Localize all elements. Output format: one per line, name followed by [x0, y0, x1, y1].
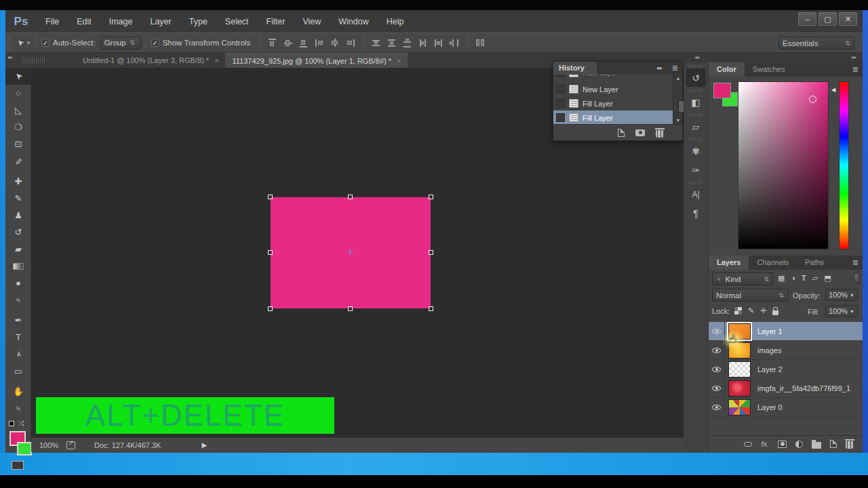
filter-kind-dropdown[interactable]: ♀ Kind ⇅	[712, 272, 773, 285]
history-brush-tool[interactable]: ↺	[5, 224, 31, 241]
status-menu-arrow-icon[interactable]: ▶	[201, 441, 207, 449]
fill-field[interactable]: 100% ▾	[825, 305, 858, 317]
layer-row[interactable]: imgfa_ir__5fa42db776f99_1	[709, 379, 863, 398]
paragraph-panel-icon[interactable]: ¶	[686, 204, 706, 222]
zoom-level-field[interactable]: 100%	[39, 441, 66, 449]
move-tool[interactable]: ➤	[5, 68, 31, 85]
new-adjustment-layer-icon[interactable]	[795, 441, 803, 448]
color-panel-menu-icon[interactable]: ≣	[852, 65, 859, 74]
history-panel-icon[interactable]: ↺	[686, 68, 706, 87]
new-snapshot-icon[interactable]	[635, 129, 645, 136]
menu-edit[interactable]: Edit	[68, 17, 100, 26]
default-swap-colors[interactable]: ⤮	[9, 420, 26, 429]
show-transform-checkbox[interactable]: ✓	[151, 39, 159, 47]
quick-selection-tool[interactable]: ❍	[5, 119, 31, 136]
link-layers-icon[interactable]	[744, 442, 752, 447]
current-tool-badge[interactable]: ➤ ▼	[17, 38, 31, 47]
align-bottom-edges-icon[interactable]	[299, 39, 309, 47]
menu-select[interactable]: Select	[216, 17, 258, 26]
foreground-color-chip[interactable]	[713, 83, 731, 98]
maximize-button[interactable]: ▢	[818, 12, 837, 26]
distribute-right-edges-icon[interactable]	[450, 39, 460, 47]
color-sample-marker[interactable]	[809, 96, 816, 103]
layer-thumbnail[interactable]	[728, 380, 751, 396]
history-item[interactable]: New Layer	[553, 82, 674, 96]
history-source-well[interactable]	[556, 75, 565, 77]
path-selection-tool[interactable]: ➣	[5, 346, 31, 363]
brush-presets-panel-icon[interactable]: ✾	[686, 142, 706, 160]
align-horizontal-centers-icon[interactable]	[330, 39, 340, 47]
eyedropper-tool[interactable]: ✐	[5, 152, 31, 169]
distribute-top-edges-icon[interactable]	[372, 39, 382, 47]
lock-all-icon[interactable]	[772, 310, 778, 315]
tab-color[interactable]: Color	[709, 62, 745, 77]
menu-filter[interactable]: Filter	[258, 17, 294, 26]
screen-mode-button[interactable]	[12, 461, 24, 470]
zoom-tool[interactable]: ♀	[5, 400, 31, 417]
filter-shape-layers-icon[interactable]: ▱	[812, 274, 818, 283]
saturation-brightness-field[interactable]	[738, 81, 829, 249]
auto-select-target-dropdown[interactable]: Group ⇅	[100, 37, 141, 49]
minimize-button[interactable]: –	[798, 12, 816, 26]
character-panel-icon[interactable]: A|	[686, 185, 706, 203]
hue-slider[interactable]	[839, 81, 849, 249]
layers-panel-menu-icon[interactable]: ≣	[852, 258, 859, 267]
auto-select-checkbox[interactable]: ✓	[41, 39, 50, 47]
type-tool[interactable]: T	[5, 329, 31, 346]
menu-image[interactable]: Image	[100, 17, 142, 26]
layer-thumbnail[interactable]	[728, 399, 751, 415]
dock-collapse-left-icon[interactable]: ◂◂	[694, 54, 698, 60]
tab-channels[interactable]: Channels	[749, 256, 796, 270]
lock-pixels-icon[interactable]: ✎	[748, 306, 754, 315]
dodge-tool[interactable]: ♀	[5, 291, 31, 308]
history-item[interactable]: Fill Layer	[553, 96, 674, 110]
auto-align-layers-icon[interactable]	[475, 39, 486, 47]
menu-file[interactable]: File	[37, 17, 68, 26]
visibility-toggle[interactable]	[709, 360, 725, 379]
history-item-selected[interactable]: Fill Layer	[553, 110, 674, 125]
transform-handle-ne[interactable]	[429, 195, 433, 199]
tab-swatches[interactable]: Swatches	[745, 62, 793, 77]
transform-handle-se[interactable]	[429, 306, 433, 311]
brush-tool[interactable]: ✎	[5, 190, 31, 207]
adjustments-panel-icon[interactable]: ◧	[686, 93, 706, 111]
filter-pixel-layers-icon[interactable]: ▦	[778, 274, 785, 283]
scroll-up-icon[interactable]: ▲	[673, 75, 683, 83]
filter-type-layers-icon[interactable]: T	[802, 274, 806, 283]
pen-tool[interactable]: ✒	[5, 312, 31, 329]
menu-layer[interactable]: Layer	[141, 17, 180, 26]
tab-close-icon[interactable]: ×	[214, 56, 218, 64]
distribute-bottom-edges-icon[interactable]	[403, 39, 413, 47]
layer-row[interactable]: Layer 0	[709, 398, 863, 417]
layer-style-icon[interactable]: fx.	[761, 440, 769, 448]
history-menu-icon[interactable]: ≣	[672, 64, 678, 73]
align-left-edges-icon[interactable]	[315, 39, 325, 47]
history-collapse-icon[interactable]: ▸▸	[657, 64, 662, 71]
layer-thumbnail[interactable]	[728, 361, 751, 378]
rectangle-tool[interactable]: ▭	[5, 363, 31, 380]
history-item-clipped[interactable]: New Layer	[553, 75, 674, 82]
tab-layers[interactable]: Layers	[709, 256, 749, 270]
opacity-field[interactable]: 100% ▾	[825, 289, 858, 301]
align-top-edges-icon[interactable]	[268, 39, 278, 47]
hand-tool[interactable]: ✋	[5, 383, 31, 400]
windows-taskbar[interactable]	[0, 453, 868, 475]
new-document-from-state-icon[interactable]	[618, 129, 625, 137]
pink-rectangle-layer[interactable]: ✛	[271, 197, 431, 308]
clone-stamp-tool[interactable]: ♟	[5, 207, 31, 224]
history-source-well[interactable]	[556, 113, 565, 122]
lock-transparency-icon[interactable]	[734, 307, 742, 314]
crop-tool[interactable]: ⊡	[5, 136, 31, 152]
new-group-icon[interactable]	[812, 442, 821, 449]
toolbar-collapse-icon[interactable]: ▸▸	[8, 54, 12, 60]
delete-layer-icon[interactable]	[846, 441, 853, 449]
history-source-well[interactable]	[556, 85, 565, 94]
lock-position-icon[interactable]: ✛	[760, 306, 766, 315]
layer-row-selected[interactable]: Layer 1 ☝	[709, 322, 863, 341]
filter-adjustment-layers-icon[interactable]: ◑	[791, 274, 795, 283]
distribute-left-edges-icon[interactable]	[418, 39, 429, 47]
transform-handle-n[interactable]	[348, 195, 353, 199]
filter-smart-objects-icon[interactable]: ⬒	[824, 274, 831, 283]
brush-settings-panel-icon[interactable]: ✑	[686, 161, 706, 179]
history-scrollbar[interactable]: ▲ ▼	[673, 75, 682, 125]
